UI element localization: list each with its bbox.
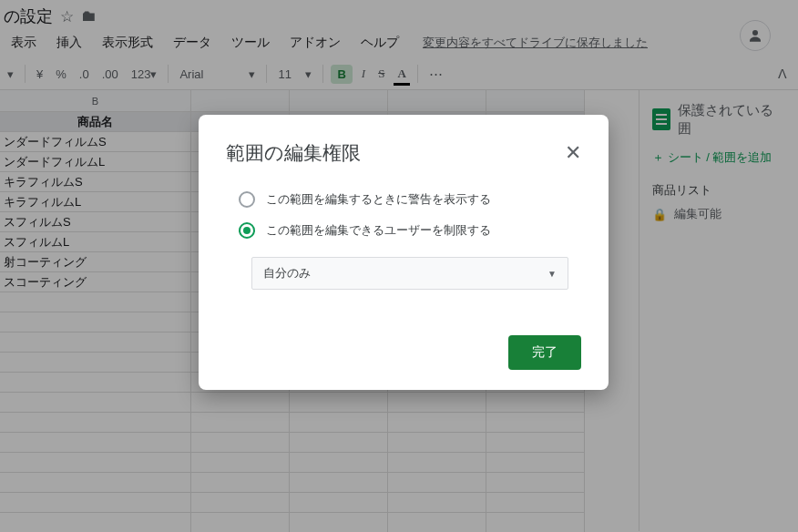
done-button[interactable]: 完了 xyxy=(508,335,581,370)
range-edit-permissions-dialog: 範囲の編集権限 ✕ この範囲を編集するときに警告を表示する この範囲を編集できる… xyxy=(199,115,609,390)
radio-show-warning[interactable]: この範囲を編集するときに警告を表示する xyxy=(226,184,581,215)
radio-label: この範囲を編集するときに警告を表示する xyxy=(266,191,491,208)
select-value: 自分のみ xyxy=(263,265,311,281)
close-icon[interactable]: ✕ xyxy=(565,143,581,163)
radio-label: この範囲を編集できるユーザーを制限する xyxy=(266,222,491,239)
radio-icon xyxy=(239,222,255,239)
radio-restrict-users[interactable]: この範囲を編集できるユーザーを制限する xyxy=(226,215,581,246)
radio-icon xyxy=(239,191,255,208)
restrict-select[interactable]: 自分のみ ▼ xyxy=(251,257,568,290)
chevron-down-icon: ▼ xyxy=(547,269,557,279)
dialog-title: 範囲の編集権限 xyxy=(226,140,361,166)
